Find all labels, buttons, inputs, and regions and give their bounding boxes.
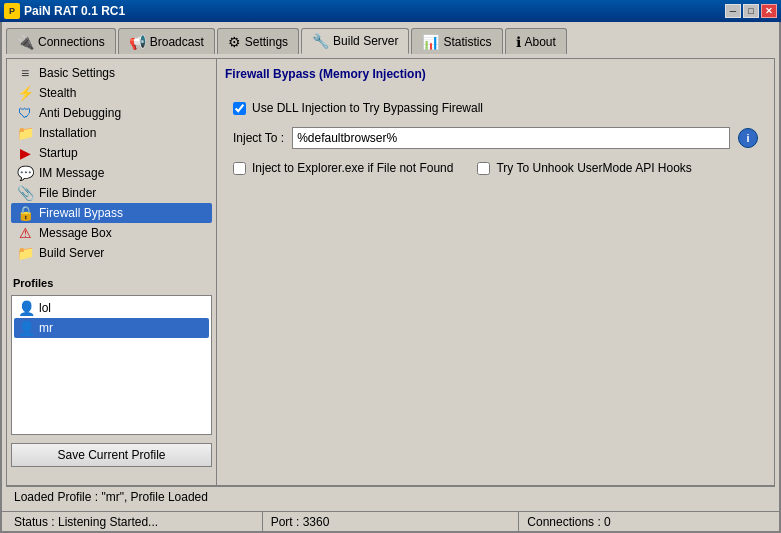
anti-debugging-icon: 🛡 xyxy=(17,105,33,121)
tab-about[interactable]: ℹ About xyxy=(505,28,567,54)
main-panel: ≡ Basic Settings ⚡ Stealth 🛡 Anti Debugg… xyxy=(6,58,775,486)
status-listening: Status : Listening Started... xyxy=(6,512,263,531)
tab-broadcast[interactable]: 📢 Broadcast xyxy=(118,28,215,54)
unhook-api-label: Try To Unhook UserMode API Hooks xyxy=(496,161,691,175)
sidebar-item-basic-settings[interactable]: ≡ Basic Settings xyxy=(11,63,212,83)
loaded-profile-bar: Loaded Profile : "mr", Profile Loaded xyxy=(6,486,775,507)
about-icon: ℹ xyxy=(516,34,521,50)
content-area: ≡ Basic Settings ⚡ Stealth 🛡 Anti Debugg… xyxy=(2,54,779,511)
status-port: Port : 3360 xyxy=(263,512,520,531)
app-icon: P xyxy=(4,3,20,19)
tab-settings[interactable]: ⚙ Settings xyxy=(217,28,299,54)
profile-mr-icon: 👤 xyxy=(18,320,35,336)
tab-buildserver[interactable]: 🔧 Build Server xyxy=(301,28,409,54)
firewall-content: Use DLL Injection to Try Bypassing Firew… xyxy=(225,93,766,183)
loaded-profile-text: Loaded Profile : "mr", Profile Loaded xyxy=(14,490,208,504)
options-row: Inject to Explorer.exe if File not Found… xyxy=(233,161,758,175)
firewall-bypass-icon: 🔒 xyxy=(17,205,33,221)
maximize-button[interactable]: □ xyxy=(743,4,759,18)
sidebar-item-anti-debugging[interactable]: 🛡 Anti Debugging xyxy=(11,103,212,123)
inject-explorer-row: Inject to Explorer.exe if File not Found xyxy=(233,161,453,175)
installation-icon: 📁 xyxy=(17,125,33,141)
menu-list: ≡ Basic Settings ⚡ Stealth 🛡 Anti Debugg… xyxy=(11,63,212,263)
sidebar-item-file-binder[interactable]: 📎 File Binder xyxy=(11,183,212,203)
stealth-icon: ⚡ xyxy=(17,85,33,101)
status-connections: Connections : 0 xyxy=(519,512,775,531)
tab-statistics[interactable]: 📊 Statistics xyxy=(411,28,502,54)
profiles-label: Profiles xyxy=(11,275,212,291)
save-profile-button[interactable]: Save Current Profile xyxy=(11,443,212,467)
profile-lol[interactable]: 👤 lol xyxy=(14,298,209,318)
profile-mr[interactable]: 👤 mr xyxy=(14,318,209,338)
statistics-icon: 📊 xyxy=(422,34,439,50)
app-title: PaiN RAT 0.1 RC1 xyxy=(24,4,725,18)
settings-icon: ⚙ xyxy=(228,34,241,50)
status-bar: Status : Listening Started... Port : 336… xyxy=(2,511,779,531)
right-panel: Firewall Bypass (Memory Injection) Use D… xyxy=(217,59,774,485)
connections-icon: 🔌 xyxy=(17,34,34,50)
inject-to-label: Inject To : xyxy=(233,131,284,145)
dll-injection-row: Use DLL Injection to Try Bypassing Firew… xyxy=(233,101,758,115)
title-bar: P PaiN RAT 0.1 RC1 ─ □ ✕ xyxy=(0,0,781,22)
window-controls: ─ □ ✕ xyxy=(725,4,777,18)
minimize-button[interactable]: ─ xyxy=(725,4,741,18)
broadcast-icon: 📢 xyxy=(129,34,146,50)
profiles-list: 👤 lol 👤 mr xyxy=(11,295,212,435)
startup-icon: ▶ xyxy=(17,145,33,161)
main-window: 🔌 Connections 📢 Broadcast ⚙ Settings 🔧 B… xyxy=(0,22,781,533)
tab-connections[interactable]: 🔌 Connections xyxy=(6,28,116,54)
sidebar-item-stealth[interactable]: ⚡ Stealth xyxy=(11,83,212,103)
build-server-menu-icon: 📁 xyxy=(17,245,33,261)
basic-settings-icon: ≡ xyxy=(17,65,33,81)
buildserver-tab-icon: 🔧 xyxy=(312,33,329,49)
dll-injection-checkbox[interactable] xyxy=(233,102,246,115)
inject-row: Inject To : i xyxy=(233,127,758,149)
sidebar-item-build-server[interactable]: 📁 Build Server xyxy=(11,243,212,263)
file-binder-icon: 📎 xyxy=(17,185,33,201)
sidebar-item-startup[interactable]: ▶ Startup xyxy=(11,143,212,163)
unhook-api-checkbox[interactable] xyxy=(477,162,490,175)
inject-explorer-checkbox[interactable] xyxy=(233,162,246,175)
sidebar-item-firewall-bypass[interactable]: 🔒 Firewall Bypass xyxy=(11,203,212,223)
message-box-icon: ⚠ xyxy=(17,225,33,241)
inject-explorer-label: Inject to Explorer.exe if File not Found xyxy=(252,161,453,175)
sidebar-item-im-message[interactable]: 💬 IM Message xyxy=(11,163,212,183)
sidebar: ≡ Basic Settings ⚡ Stealth 🛡 Anti Debugg… xyxy=(7,59,217,485)
inject-to-input[interactable] xyxy=(292,127,730,149)
profiles-section: Profiles 👤 lol 👤 mr Save Current Profile xyxy=(11,275,212,467)
unhook-api-row: Try To Unhook UserMode API Hooks xyxy=(477,161,691,175)
close-button[interactable]: ✕ xyxy=(761,4,777,18)
tab-bar: 🔌 Connections 📢 Broadcast ⚙ Settings 🔧 B… xyxy=(2,22,779,54)
info-button[interactable]: i xyxy=(738,128,758,148)
sidebar-item-installation[interactable]: 📁 Installation xyxy=(11,123,212,143)
section-title: Firewall Bypass (Memory Injection) xyxy=(225,67,766,81)
sidebar-item-message-box[interactable]: ⚠ Message Box xyxy=(11,223,212,243)
profile-lol-icon: 👤 xyxy=(18,300,35,316)
im-message-icon: 💬 xyxy=(17,165,33,181)
dll-injection-label: Use DLL Injection to Try Bypassing Firew… xyxy=(252,101,483,115)
